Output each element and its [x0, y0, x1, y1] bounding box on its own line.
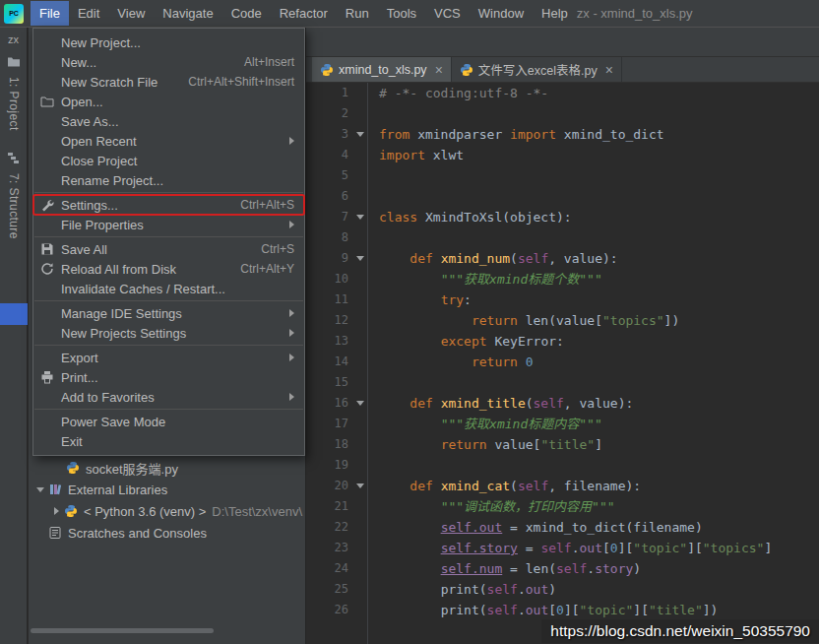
- menu-item-add-to-favorites[interactable]: Add to Favorites: [33, 387, 304, 407]
- menu-item-power-save-mode[interactable]: Power Save Mode: [33, 412, 304, 431]
- submenu-arrow-icon: [289, 309, 294, 317]
- menu-item-label: Save As...: [61, 114, 294, 129]
- menu-item-manage-ide-settings[interactable]: Manage IDE Settings: [33, 303, 304, 323]
- menu-help[interactable]: Help: [533, 1, 577, 26]
- line-number: 22: [306, 517, 352, 538]
- gutter-line[interactable]: 15: [306, 372, 367, 393]
- gutter-line[interactable]: 21: [306, 496, 367, 517]
- fold-marker-icon[interactable]: [352, 132, 367, 137]
- project-tool-icon[interactable]: [7, 54, 21, 72]
- tree-item-python-3-6-venv[interactable]: < Python 3.6 (venv) >D:\Test\zx\venv\: [29, 500, 305, 522]
- gutter-line[interactable]: 20: [306, 476, 367, 496]
- gutter-line[interactable]: 17: [306, 414, 367, 434]
- tool-button-project[interactable]: 1: Project: [7, 77, 21, 131]
- menu-file[interactable]: File: [31, 1, 69, 26]
- gutter-line[interactable]: 26: [306, 600, 367, 620]
- menu-edit[interactable]: Edit: [69, 1, 108, 26]
- chevron-down-icon[interactable]: [34, 483, 46, 495]
- fold-marker-icon[interactable]: [352, 215, 367, 220]
- menu-item-file-properties[interactable]: File Properties: [33, 215, 304, 234]
- menu-item-close-project[interactable]: Close Project: [33, 151, 304, 170]
- menu-code[interactable]: Code: [222, 1, 271, 26]
- gutter-line[interactable]: 12: [306, 310, 367, 331]
- gutter-line[interactable]: 14: [306, 352, 367, 372]
- gutter-line[interactable]: 10: [306, 269, 367, 290]
- file-menu: New Project...New...Alt+InsertNew Scratc…: [32, 28, 305, 456]
- menu-navigate[interactable]: Navigate: [154, 1, 221, 26]
- submenu-arrow-icon: [289, 221, 294, 228]
- menu-vcs[interactable]: VCS: [425, 1, 470, 26]
- code-line: from xmindparser import xmind_to_dict: [379, 124, 819, 145]
- gutter-line[interactable]: 8: [306, 227, 367, 248]
- gutter-line[interactable]: 7: [306, 207, 367, 227]
- menu-refactor[interactable]: Refactor: [271, 1, 337, 26]
- code-token: class: [379, 210, 417, 225]
- gutter-line[interactable]: 25: [306, 579, 367, 600]
- code-token: ]: [595, 437, 602, 452]
- menu-item-settings[interactable]: Settings...Ctrl+Alt+S: [33, 195, 304, 215]
- gutter-line[interactable]: 3: [306, 124, 367, 145]
- menu-run[interactable]: Run: [337, 1, 378, 26]
- code-token: ]): [703, 603, 719, 617]
- fold-marker-icon[interactable]: [352, 256, 367, 261]
- menu-bar: PC FileEditViewNavigateCodeRefactorRunTo…: [0, 0, 819, 28]
- close-icon[interactable]: ×: [435, 63, 443, 77]
- gutter-line[interactable]: 19: [306, 455, 367, 476]
- code-token: "topics": [703, 541, 765, 555]
- menu-item-print[interactable]: Print...: [33, 367, 304, 387]
- gutter-line[interactable]: 24: [306, 558, 367, 579]
- line-number: 26: [306, 600, 352, 620]
- menu-item-export[interactable]: Export: [33, 348, 304, 367]
- menu-item-label: Add to Favorites: [61, 390, 282, 405]
- gutter-line[interactable]: 6: [306, 186, 367, 207]
- close-icon[interactable]: ×: [605, 63, 613, 77]
- structure-tool-icon[interactable]: [7, 151, 20, 168]
- menu-item-save-all[interactable]: Save AllCtrl+S: [33, 239, 304, 259]
- code-token: [379, 251, 410, 266]
- gutter-line[interactable]: 2: [306, 103, 367, 124]
- menu-tools[interactable]: Tools: [378, 1, 425, 26]
- menu-item-open[interactable]: Open...: [33, 92, 304, 111]
- code-token: out: [526, 582, 548, 597]
- menu-item-save-as[interactable]: Save As...: [33, 111, 304, 131]
- gutter-line[interactable]: 11: [306, 290, 367, 310]
- gutter-line[interactable]: 16: [306, 393, 367, 414]
- menu-window[interactable]: Window: [470, 1, 533, 26]
- menu-item-invalidate-caches-restart[interactable]: Invalidate Caches / Restart...: [33, 279, 304, 298]
- tab-文件写入excel表格-py[interactable]: 文件写入excel表格.py×: [452, 57, 622, 82]
- gutter-line[interactable]: 18: [306, 434, 367, 455]
- gutter-line[interactable]: 5: [306, 165, 367, 186]
- menu-item-new-projects-settings[interactable]: New Projects Settings: [33, 323, 304, 343]
- line-number: 12: [306, 310, 352, 331]
- python-file-icon: [66, 461, 81, 476]
- gutter-line[interactable]: 9: [306, 248, 367, 269]
- chevron-right-icon[interactable]: [50, 505, 62, 517]
- menu-item-new[interactable]: New...Alt+Insert: [33, 52, 304, 72]
- code-token: =: [518, 541, 540, 555]
- gutter-line[interactable]: 22: [306, 517, 367, 538]
- fold-marker-icon[interactable]: [352, 401, 367, 406]
- tree-item-external-libraries[interactable]: External Libraries: [29, 479, 305, 500]
- code-line: self.num = len(self.story): [379, 558, 819, 579]
- menu-view[interactable]: View: [108, 1, 154, 26]
- code-area[interactable]: 1234567891011121314151617181920212223242…: [306, 83, 819, 644]
- menu-item-new-project[interactable]: New Project...: [33, 32, 304, 52]
- tree-item-scratches-and-consoles[interactable]: Scratches and Consoles: [29, 522, 305, 544]
- gutter-line[interactable]: 1: [306, 83, 367, 103]
- code-token: try: [441, 292, 464, 307]
- line-number: 1: [306, 83, 352, 103]
- gutter-line[interactable]: 13: [306, 331, 367, 352]
- horizontal-scrollbar[interactable]: [31, 628, 214, 633]
- menu-item-rename-project[interactable]: Rename Project...: [33, 170, 304, 190]
- menu-item-new-scratch-file[interactable]: New Scratch FileCtrl+Alt+Shift+Insert: [33, 72, 304, 92]
- gutter-line[interactable]: 4: [306, 145, 367, 165]
- menu-item-reload-all-from-disk[interactable]: Reload All from DiskCtrl+Alt+Y: [33, 259, 304, 279]
- code-token: [379, 313, 472, 328]
- menu-item-open-recent[interactable]: Open Recent: [33, 131, 304, 151]
- gutter-line[interactable]: 23: [306, 538, 367, 558]
- tree-item-socket服务端-py[interactable]: socket服务端.py: [29, 457, 305, 479]
- tool-button-structure[interactable]: 7: Structure: [7, 173, 21, 239]
- menu-item-exit[interactable]: Exit: [33, 431, 304, 451]
- tab-xmind-to-xls-py[interactable]: xmind_to_xls.py×: [312, 57, 452, 82]
- fold-marker-icon[interactable]: [352, 483, 367, 488]
